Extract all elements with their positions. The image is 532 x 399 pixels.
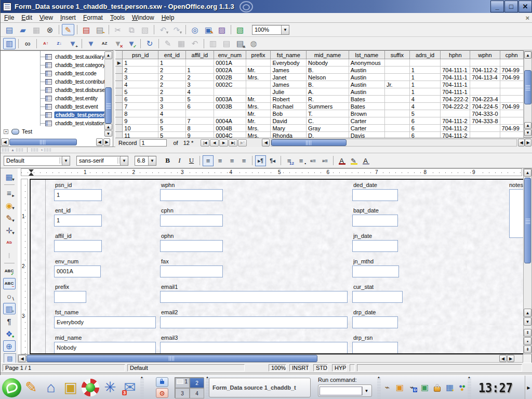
tree-item[interactable]: chaddb_test.category: [45, 61, 106, 69]
grid-vertical-scrollbar[interactable]: ▲▲▼: [524, 51, 532, 138]
field-input-affil_id[interactable]: [54, 240, 102, 252]
refresh-icon[interactable]: ↻: [143, 38, 156, 49]
row-header[interactable]: [116, 125, 123, 132]
grid-cell[interactable]: 3: [158, 103, 185, 110]
grid-cell[interactable]: [409, 59, 440, 66]
grid-cell[interactable]: 704-222-2: [441, 96, 470, 103]
grid-scrollbar-thumb[interactable]: [524, 70, 531, 104]
minimize-button[interactable]: _: [490, 1, 504, 12]
hscrollbar-thumb[interactable]: [26, 355, 317, 362]
increase-indent-icon[interactable]: »≡: [320, 155, 330, 166]
grid-cell[interactable]: Mr.: [246, 96, 271, 103]
grid-cell[interactable]: Anonymous: [349, 59, 384, 66]
field-input-prefix[interactable]: [54, 291, 86, 303]
grid-cell[interactable]: 0003A: [214, 96, 246, 103]
pager-desktop-2[interactable]: 2: [190, 378, 204, 388]
navigation-icon[interactable]: ●: [524, 337, 531, 345]
row-header[interactable]: ▶: [116, 59, 123, 66]
kmail-icon[interactable]: ✉3: [120, 378, 140, 397]
padlock-icon[interactable]: [431, 381, 443, 393]
row-header[interactable]: [116, 81, 123, 88]
column-header[interactable]: mid_name: [307, 51, 349, 59]
autospellcheck-icon[interactable]: ABC~: [3, 278, 16, 289]
display-settings-icon[interactable]: ▣: [419, 381, 431, 393]
italic-icon[interactable]: I: [174, 155, 185, 166]
nonprinting-characters-icon[interactable]: ¶: [3, 315, 16, 327]
grid-cell[interactable]: [470, 59, 500, 66]
new-document-icon[interactable]: ▤: [3, 24, 16, 35]
grid-cell[interactable]: B.: [307, 66, 349, 74]
open-document-icon[interactable]: ▰: [17, 24, 29, 35]
grid-cell[interactable]: Bob: [271, 110, 307, 117]
field-input-email3[interactable]: [160, 342, 348, 354]
grid-cell[interactable]: [385, 103, 410, 110]
grid-cell[interactable]: 704-112-2: [470, 66, 500, 74]
dock-arrow-icon[interactable]: ▲: [11, 148, 15, 152]
grid-cell[interactable]: 6: [123, 96, 158, 103]
grid-cell[interactable]: 4: [185, 88, 214, 96]
right-to-left-icon[interactable]: ¶◂: [267, 155, 278, 166]
grid-cell[interactable]: 4: [409, 103, 440, 110]
insert-object-icon[interactable]: ◉▾: [3, 200, 16, 211]
scroll-left-icon[interactable]: ◀: [96, 138, 103, 146]
insert-database-columns-icon[interactable]: ▥: [207, 38, 219, 49]
grid-cell[interactable]: Bates: [349, 103, 384, 110]
field-input-email2[interactable]: [160, 316, 348, 328]
grid-cell[interactable]: 0004A: [214, 117, 246, 125]
tree-item-test[interactable]: +Test: [4, 128, 32, 135]
grid-cell[interactable]: [500, 110, 523, 117]
tree-item[interactable]: chaddb_test.entity: [45, 94, 99, 102]
grid-cell[interactable]: Mrs.: [246, 125, 271, 132]
grid-cell[interactable]: R.: [307, 96, 349, 103]
grid-cell[interactable]: James: [271, 66, 307, 74]
grid-cell[interactable]: Mrs.: [246, 74, 271, 81]
grid-cell[interactable]: [246, 59, 271, 66]
spellcheck-icon[interactable]: ABC✓: [3, 265, 16, 277]
bold-icon[interactable]: B: [162, 155, 173, 166]
grid-cell[interactable]: 6: [409, 132, 440, 138]
left-to-right-icon[interactable]: ▸¶: [255, 155, 266, 166]
zoom-combo[interactable]: 100%▼: [252, 25, 289, 35]
grid-cell[interactable]: 704-223-4: [470, 96, 500, 103]
previous-page-icon[interactable]: ⇞: [524, 329, 531, 337]
grid-cell[interactable]: [385, 96, 410, 103]
scroll-right-icon[interactable]: ▶: [507, 355, 514, 362]
export-pdf-icon[interactable]: ▤: [80, 24, 92, 35]
scroll-down-icon[interactable]: ▼: [524, 129, 531, 136]
tree-item[interactable]: chaddb_test.code: [45, 69, 98, 77]
selection-mode-field[interactable]: STD: [313, 364, 328, 371]
grid-cell[interactable]: 704-224-5: [470, 103, 500, 110]
scroll-left-icon[interactable]: ◀: [18, 355, 26, 362]
field-input-ophn[interactable]: [160, 240, 223, 252]
grid-cell[interactable]: 7: [123, 103, 158, 110]
grid-cell[interactable]: 5: [158, 125, 185, 132]
grid-cell[interactable]: [470, 132, 500, 138]
zoom-dropdown-icon[interactable]: ▼: [281, 25, 289, 34]
grid-cell[interactable]: [500, 88, 523, 96]
titlebar[interactable]: Form_Data source 1_chaddb_test.person.sx…: [1, 0, 532, 13]
column-header[interactable]: prefix: [246, 51, 271, 59]
grid-cell[interactable]: Nelson: [307, 74, 349, 81]
modified-field[interactable]: [350, 364, 355, 371]
decrease-indent-icon[interactable]: «≡: [308, 155, 318, 166]
grid-cell[interactable]: [470, 88, 500, 96]
stylist-icon[interactable]: ▣✎: [202, 24, 215, 35]
grid-cell[interactable]: 704-111-2: [441, 132, 470, 138]
field-input-jn_mthd[interactable]: [352, 265, 399, 277]
grid-cell[interactable]: Robert: [271, 96, 307, 103]
grid-cell[interactable]: [470, 125, 500, 132]
grid-cell[interactable]: 704-111-1: [441, 74, 470, 81]
field-input-cphn[interactable]: [160, 215, 223, 227]
tree-scrollbar-thumb[interactable]: [105, 87, 112, 124]
grid-cell[interactable]: A.: [307, 88, 349, 96]
scroll-up-icon[interactable]: ▲: [524, 309, 531, 317]
grid-cell[interactable]: 704-113-4: [470, 74, 500, 81]
close-document-icon[interactable]: ×: [525, 14, 529, 22]
field-input-cur_stat[interactable]: [352, 291, 403, 303]
field-input-email1[interactable]: [160, 291, 348, 303]
row-header[interactable]: [116, 66, 123, 74]
grid-cell[interactable]: [385, 117, 410, 125]
tree-item[interactable]: chaddb_test.disburseme: [45, 86, 113, 94]
paragraph-style-combo[interactable]: Default ▼: [4, 156, 70, 166]
scroll-up-icon[interactable]: ▲: [524, 169, 531, 177]
